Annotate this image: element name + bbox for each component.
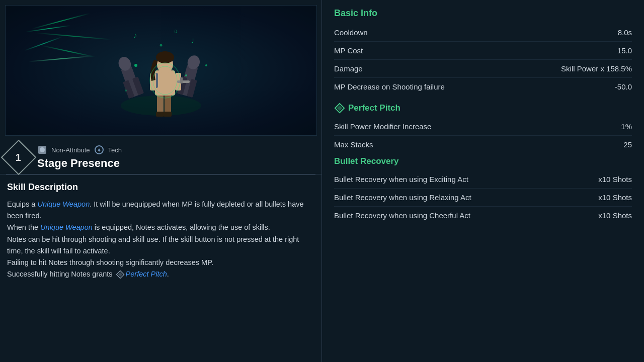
- svg-point-24: [185, 74, 187, 76]
- energy-effect: [21, 16, 121, 66]
- cooldown-row: Cooldown 8.0s: [334, 24, 632, 42]
- perfect-pitch-section-icon: [334, 103, 345, 114]
- desc-period: .: [167, 270, 169, 278]
- max-stacks-value: 25: [623, 140, 632, 149]
- skill-tags: Non-Attribute ✦ Tech: [37, 145, 315, 155]
- svg-point-25: [160, 44, 163, 47]
- desc-text-3: When the: [7, 223, 40, 231]
- bullet-cheerful-label: Bullet Recovery when using Cheerful Act: [334, 211, 470, 220]
- skill-description-section: Skill Description Equips a Unique Weapon…: [0, 175, 321, 287]
- bullet-cheerful-row: Bullet Recovery when using Cheerful Act …: [334, 207, 632, 224]
- perfect-pitch-inline-icon: [116, 270, 125, 279]
- skill-desc-text: Equips a Unique Weapon. It will be unequ…: [7, 199, 314, 280]
- left-panel: ♪ ♩ ♫ 1 Non-Attribute ✦ Tech: [0, 0, 322, 362]
- svg-point-18: [156, 51, 174, 63]
- svg-text:✦: ✦: [97, 147, 102, 154]
- bullet-exciting-value: x10 Shots: [598, 175, 632, 184]
- bullet-cheerful-value: x10 Shots: [598, 211, 632, 220]
- bullet-exciting-label: Bullet Recovery when using Exciting Act: [334, 175, 468, 184]
- tag-non-attribute: Non-Attribute: [51, 146, 90, 154]
- basic-info-title: Basic Info: [334, 8, 632, 19]
- svg-point-23: [134, 64, 137, 67]
- bullet-relaxing-value: x10 Shots: [598, 193, 632, 202]
- skill-power-modifier-label: Skill Power Modifier Increase: [334, 122, 431, 131]
- non-attribute-icon: [37, 145, 47, 155]
- damage-label: Damage: [334, 64, 363, 73]
- svg-point-26: [125, 89, 127, 92]
- max-stacks-label: Max Stacks: [334, 140, 373, 149]
- mp-cost-value: 15.0: [617, 46, 632, 55]
- svg-text:♩: ♩: [191, 37, 194, 44]
- unique-weapon-link-2[interactable]: Unique Weapon: [40, 223, 93, 231]
- pitch-rows: Skill Power Modifier Increase 1% Max Sta…: [334, 118, 632, 153]
- desc-text-6: Failing to hit Notes through shooting si…: [7, 258, 213, 266]
- cooldown-label: Cooldown: [334, 28, 368, 37]
- desc-text-5: Notes can be hit through shooting and sk…: [7, 235, 299, 255]
- svg-point-32: [40, 147, 45, 152]
- mp-decrease-label: MP Decrease on Shooting failure: [334, 82, 445, 91]
- svg-rect-12: [164, 112, 172, 117]
- skill-image: ♪ ♩ ♫: [5, 5, 317, 136]
- desc-text-7: Successfully hitting Notes grants: [7, 270, 115, 278]
- basic-info-rows: Cooldown 8.0s MP Cost 15.0 Damage Skill …: [334, 24, 632, 96]
- mp-cost-label: MP Cost: [334, 46, 363, 55]
- svg-text:♪: ♪: [133, 31, 137, 39]
- desc-text-4: is equipped, Notes activates, allowing t…: [93, 223, 270, 231]
- mp-decrease-row: MP Decrease on Shooting failure -50.0: [334, 78, 632, 96]
- tech-icon: ✦: [94, 145, 104, 155]
- bullet-relaxing-label: Bullet Recovery when using Relaxing Act: [334, 193, 471, 202]
- svg-point-27: [205, 64, 207, 66]
- right-panel: Basic Info Cooldown 8.0s MP Cost 15.0 Da…: [322, 0, 644, 362]
- skill-header: 1 Non-Attribute ✦ Tech Stage Presence: [0, 141, 321, 174]
- cooldown-value: 8.0s: [618, 28, 632, 37]
- bullet-relaxing-row: Bullet Recovery when using Relaxing Act …: [334, 189, 632, 207]
- skill-desc-title: Skill Description: [7, 182, 314, 193]
- perfect-pitch-title: Perfect Pitch: [334, 103, 632, 114]
- damage-row: Damage Skill Power x 158.5%: [334, 60, 632, 78]
- tag-tech: Tech: [108, 146, 122, 154]
- bullet-recovery-label: Bullet Recovery: [334, 156, 399, 166]
- skill-power-modifier-value: 1%: [621, 122, 632, 131]
- damage-value: Skill Power x 158.5%: [561, 64, 632, 73]
- skill-level-badge: 1: [1, 140, 37, 175]
- bullet-recovery-title: Bullet Recovery: [334, 156, 632, 166]
- mp-cost-row: MP Cost 15.0: [334, 42, 632, 60]
- max-stacks-row: Max Stacks 25: [334, 136, 632, 153]
- skill-level: 1: [16, 152, 21, 163]
- skill-name: Stage Presence: [37, 157, 315, 170]
- skill-power-modifier-row: Skill Power Modifier Increase 1%: [334, 118, 632, 136]
- svg-rect-22: [180, 77, 183, 83]
- svg-rect-21: [177, 80, 190, 83]
- svg-rect-11: [156, 112, 164, 117]
- desc-text-1: Equips a: [7, 200, 37, 208]
- mp-decrease-value: -50.0: [615, 82, 632, 91]
- bullet-rows: Bullet Recovery when using Exciting Act …: [334, 170, 632, 224]
- svg-text:♫: ♫: [174, 28, 178, 34]
- perfect-pitch-section-label: Perfect Pitch: [348, 103, 400, 113]
- skill-info: Non-Attribute ✦ Tech Stage Presence: [37, 145, 315, 170]
- svg-marker-38: [337, 106, 343, 111]
- bullet-exciting-row: Bullet Recovery when using Exciting Act …: [334, 170, 632, 189]
- perfect-pitch-link[interactable]: Perfect Pitch: [126, 270, 167, 278]
- unique-weapon-link-1[interactable]: Unique Weapon: [37, 200, 90, 208]
- svg-marker-36: [118, 273, 122, 277]
